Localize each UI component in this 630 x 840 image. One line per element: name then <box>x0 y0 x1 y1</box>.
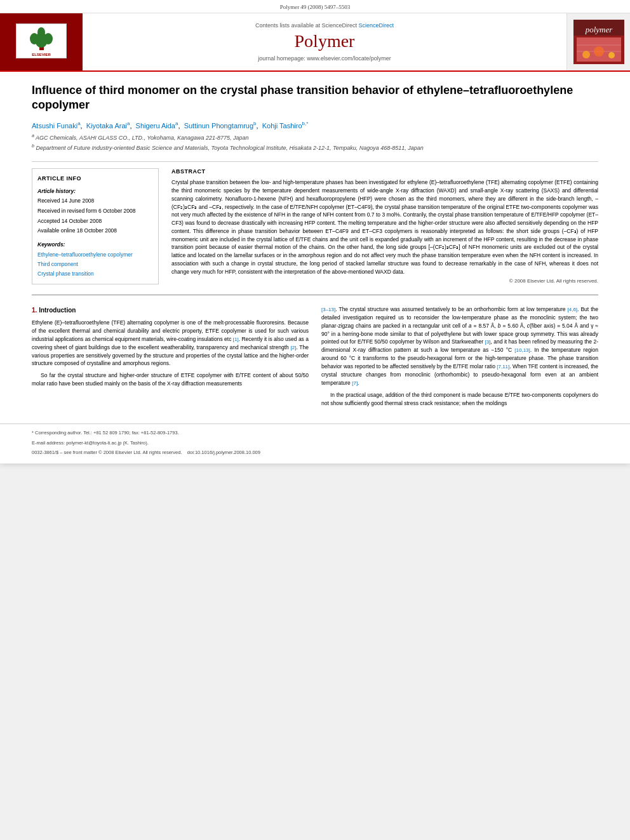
author-2: Kiyotaka Arai <box>86 121 127 129</box>
ref-7-11[interactable]: [7,11] <box>497 364 509 370</box>
elsevier-tree-logo: ELSEVIER <box>16 23 67 58</box>
doi-text: doi:10.1016/j.polymer.2008.10.009 <box>187 450 260 455</box>
body-col-right: [3–13]. The crystal structure was assume… <box>321 305 598 411</box>
affiliation-a: a AGC Chemicals, ASAHI GLASS CO., LTD., … <box>32 133 598 143</box>
svg-point-4 <box>37 27 45 37</box>
svg-point-13 <box>608 52 615 58</box>
ref-3-13[interactable]: [3–13] <box>321 307 335 312</box>
polymer-badge: polymer <box>573 20 624 64</box>
page-footer: * Corresponding author. Tel.: +81 52 809… <box>0 423 630 463</box>
polymer-cover-image: polymer <box>573 20 624 64</box>
intro-para-2: So far the crystal structure and higher-… <box>32 371 309 388</box>
sciencedirect-line: Contents lists available at ScienceDirec… <box>255 22 394 29</box>
journal-volume-info: Polymer 49 (2008) 5497–5503 <box>280 4 351 10</box>
author-5: Kohji Tashiro <box>262 121 302 129</box>
online-date: Available online 18 October 2008 <box>37 227 153 236</box>
email-text: E-mail address: polymer-kt@toyota-ti.ac.… <box>32 440 149 446</box>
author-4: Suttinun Phongtamrug <box>184 121 253 129</box>
authors-line: Atsushi Funakia, Kiyotaka Araia, Shigeru… <box>32 121 598 130</box>
affil-b-text: Department of Future Industry-oriented B… <box>36 145 423 151</box>
info-abstract-section: ARTICLE INFO Article history: Received 1… <box>32 168 598 284</box>
svg-point-2 <box>30 33 39 44</box>
keyword-3: Crystal phase transition <box>37 270 153 279</box>
body-right-para-2: In the practical usage, addition of the … <box>321 391 598 408</box>
accepted-date: Accepted 14 October 2008 <box>37 217 153 226</box>
footnote-asterisk: * Corresponding author. Tel.: +81 52 809… <box>32 429 598 436</box>
keyword-1: Ethylene–tetrafluoroethylene copolymer <box>37 251 153 260</box>
keywords-section: Keywords: Ethylene–tetrafluoroethylene c… <box>37 241 153 278</box>
received-date: Received 14 June 2008 <box>37 197 153 206</box>
sciencedirect-link[interactable]: ScienceDirect <box>359 22 394 29</box>
svg-point-12 <box>594 46 604 57</box>
ref-3[interactable]: [3] <box>485 339 491 345</box>
abstract-heading: ABSTRACT <box>171 168 598 175</box>
svg-text:polymer: polymer <box>584 25 613 34</box>
ref-10-13[interactable]: [10,13] <box>514 347 530 353</box>
abstract-text: Crystal phase transition between the low… <box>171 178 598 276</box>
main-content: Influence of third monomer on the crysta… <box>0 72 630 423</box>
article-info-column: ARTICLE INFO Article history: Received 1… <box>32 168 159 284</box>
svg-rect-6 <box>573 20 624 36</box>
top-bar: Polymer 49 (2008) 5497–5503 <box>0 0 630 13</box>
page: Polymer 49 (2008) 5497–5503 ELSEVIER <box>0 0 630 463</box>
body-content: 1. Introduction Ethylene (E)–tetrafluoro… <box>32 305 598 411</box>
article-info-heading: ARTICLE INFO <box>37 174 153 183</box>
footnote-text: * Corresponding author. Tel.: +81 52 809… <box>32 430 179 436</box>
ref-4-6[interactable]: [4,6] <box>568 307 578 312</box>
author-1: Atsushi Funaki <box>32 121 77 129</box>
svg-rect-8 <box>577 37 621 62</box>
history-label: Article history: <box>37 187 153 196</box>
homepage-line: journal homepage: www.elsevier.com/locat… <box>258 55 391 62</box>
affil-a-text: AGC Chemicals, ASAHI GLASS CO., LTD., Yo… <box>36 135 249 141</box>
footnote-email: E-mail address: polymer-kt@toyota-ti.ac.… <box>32 439 598 446</box>
intro-para-1: Ethylene (E)–tetrafluoroethylene (TFE) a… <box>32 319 309 368</box>
body-col-left: 1. Introduction Ethylene (E)–tetrafluoro… <box>32 305 309 411</box>
svg-point-11 <box>582 51 590 58</box>
elsevier-tree-svg <box>24 26 59 53</box>
affiliations: a AGC Chemicals, ASAHI GLASS CO., LTD., … <box>32 133 598 152</box>
copyright-text: 0032-3861/$ – see front matter © 2008 El… <box>32 450 182 455</box>
journal-name-display: Polymer <box>295 31 355 51</box>
body-right-para-1: [3–13]. The crystal structure was assume… <box>321 305 598 387</box>
intro-heading: 1. Introduction <box>32 305 309 315</box>
ref-7b[interactable]: [7] <box>352 380 358 386</box>
ref-2[interactable]: [2] <box>291 345 297 350</box>
abstract-copyright: © 2008 Elsevier Ltd. All rights reserved… <box>171 278 598 284</box>
intro-title: Introduction <box>39 307 76 314</box>
journal-header: ELSEVIER Contents lists available at Sci… <box>0 13 630 72</box>
abstract-section: ABSTRACT Crystal phase transition betwee… <box>171 168 598 284</box>
center-header: Contents lists available at ScienceDirec… <box>83 13 566 70</box>
svg-point-3 <box>44 33 53 44</box>
contents-text: Contents lists available at ScienceDirec… <box>255 22 357 29</box>
header-divider <box>32 161 598 162</box>
footnote-copyright: 0032-3861/$ – see front matter © 2008 El… <box>32 449 598 456</box>
author-3: Shigeru Aida <box>136 121 175 129</box>
article-title: Influence of third monomer on the crysta… <box>32 83 598 113</box>
ref-1[interactable]: [1] <box>233 337 239 342</box>
polymer-logo-area: polymer <box>566 13 630 70</box>
keyword-2: Third component <box>37 260 153 269</box>
keywords-label: Keywords: <box>37 241 153 250</box>
svg-rect-5 <box>573 20 624 64</box>
affiliation-b: b Department of Future Industry-oriented… <box>32 143 598 153</box>
article-info-box: ARTICLE INFO Article history: Received 1… <box>32 168 159 284</box>
elsevier-logo-area: ELSEVIER <box>0 13 83 70</box>
intro-num: 1. <box>32 307 37 314</box>
body-divider <box>32 295 598 295</box>
revised-date: Received in revised form 6 October 2008 <box>37 207 153 216</box>
